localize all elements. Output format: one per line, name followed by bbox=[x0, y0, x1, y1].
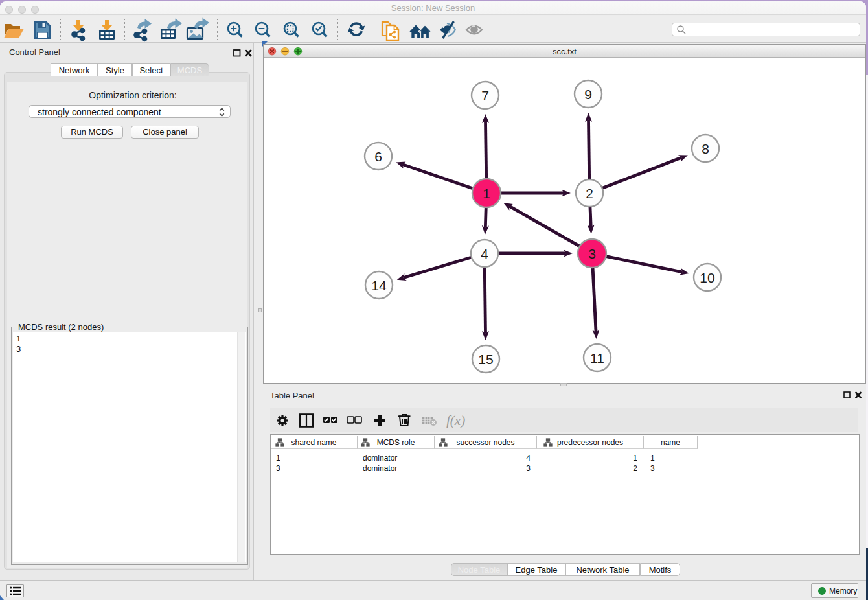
svg-text:14: 14 bbox=[371, 278, 387, 293]
svg-text:4: 4 bbox=[481, 246, 488, 261]
svg-text:f(x): f(x) bbox=[446, 413, 465, 428]
svg-text:3: 3 bbox=[588, 246, 596, 261]
svg-text:9: 9 bbox=[584, 87, 592, 102]
svg-text:8: 8 bbox=[702, 141, 709, 156]
svg-text:11: 11 bbox=[590, 351, 604, 365]
svg-text:1: 1 bbox=[483, 186, 490, 201]
svg-text:15: 15 bbox=[478, 352, 493, 367]
svg-text:2: 2 bbox=[586, 186, 593, 201]
svg-text:7: 7 bbox=[481, 88, 489, 103]
svg-text:10: 10 bbox=[700, 270, 714, 285]
svg-text:6: 6 bbox=[374, 149, 382, 164]
